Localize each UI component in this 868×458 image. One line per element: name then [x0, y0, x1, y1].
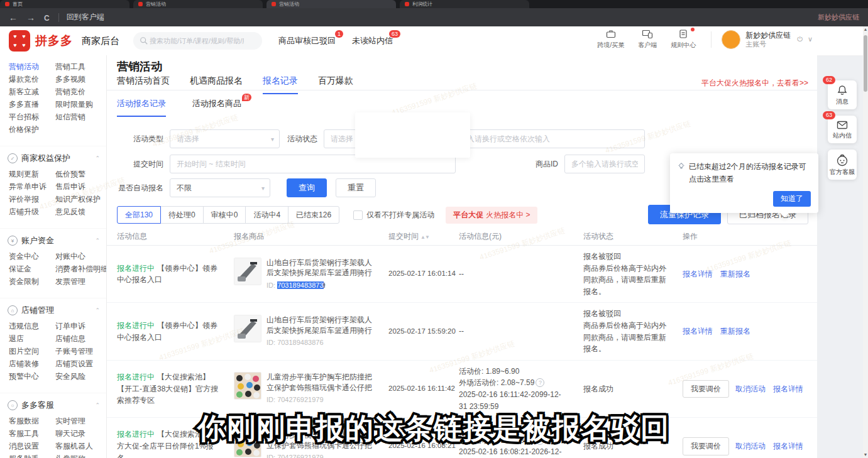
- sidebar-item[interactable]: 短信营销: [55, 111, 107, 123]
- chip-pending[interactable]: 待处理0: [160, 206, 204, 224]
- product-id[interactable]: ID: 703189483873Ɨ: [266, 280, 373, 291]
- messages-button[interactable]: 62 消息: [828, 80, 857, 109]
- chevron-up-icon[interactable]: ⌃: [95, 237, 100, 244]
- scrollbar[interactable]: ▲ ▼: [863, 26, 868, 458]
- sidebar-item[interactable]: 店铺信息: [55, 332, 107, 345]
- sidebar-item[interactable]: 实时管理: [55, 415, 107, 427]
- account-info[interactable]: 新妙妙供应链 主账号: [745, 31, 791, 48]
- hot-signup-badge[interactable]: 平台大促火热报名中 >: [446, 207, 537, 224]
- avatar[interactable]: [722, 30, 740, 49]
- sidebar-item[interactable]: 规则更新: [9, 168, 55, 180]
- browser-tab-1[interactable]: 首页: [0, 0, 129, 8]
- selected-id-text[interactable]: 703189483873: [277, 281, 323, 289]
- pinduoduo-logo-icon[interactable]: ♥♥♥♥: [9, 30, 30, 52]
- product-image[interactable]: [234, 258, 261, 285]
- address-bar-text[interactable]: 回到客户端: [67, 12, 104, 23]
- sidebar-item[interactable]: 客服工具: [9, 427, 55, 440]
- sidebar-item[interactable]: 营销竞价: [55, 85, 107, 98]
- sidebar-item[interactable]: 意见反馈: [55, 205, 107, 218]
- sidebar-item[interactable]: 爆款竞价: [9, 73, 55, 85]
- subtab-activity-products[interactable]: 活动报名商品新: [192, 93, 241, 117]
- chevron-up-icon[interactable]: ⌃: [95, 155, 100, 161]
- sidebar-item[interactable]: 安全风险: [55, 370, 107, 383]
- product-image[interactable]: [234, 372, 261, 400]
- sidebar-item[interactable]: 客服数据: [9, 415, 55, 427]
- sidebar-item[interactable]: 对账中心: [55, 250, 107, 263]
- tab-million-hits[interactable]: 百万爆款: [318, 75, 353, 94]
- sidebar-item[interactable]: 价格保护: [9, 123, 55, 136]
- official-service-button[interactable]: 官方客服: [828, 150, 857, 180]
- sidebar-item[interactable]: 聊天记录: [55, 427, 107, 440]
- sidebar-item[interactable]: 售后申诉: [55, 180, 107, 193]
- sidebar-item[interactable]: 限时限量购: [55, 98, 107, 111]
- tab-opportunity-signup[interactable]: 机遇商品报名: [190, 75, 243, 94]
- signup-detail-link[interactable]: 报名详情: [773, 442, 803, 450]
- logout-icon[interactable]: ⏻: [797, 35, 803, 43]
- got-it-button[interactable]: 知道了: [773, 191, 811, 207]
- sidebar-item[interactable]: 发票管理: [55, 275, 107, 288]
- scroll-down-icon[interactable]: ▼: [863, 452, 868, 458]
- browser-tab-3-active[interactable]: 营销活动: [266, 0, 396, 8]
- sidebar-item[interactable]: 子账号管理: [55, 345, 107, 357]
- sidebar-item[interactable]: 新客立减: [9, 85, 55, 98]
- sidebar-item-marketing-tools[interactable]: 营销工具: [55, 60, 107, 73]
- browser-profile-name[interactable]: 新妙妙供应链: [818, 13, 859, 22]
- product-name[interactable]: 儿童滑步平衡车护胸车把防撞把立保护套饰熊猫玩偶卡通公仔把手装: [266, 372, 373, 393]
- chip-all[interactable]: 全部130: [117, 206, 161, 224]
- cross-border-button[interactable]: 跨境/买菜: [597, 29, 624, 50]
- sidebar-item[interactable]: 资金限制: [9, 275, 55, 288]
- sidebar-item[interactable]: 多多视频: [55, 73, 107, 85]
- chevron-up-icon[interactable]: ⌃: [95, 402, 100, 408]
- product-image[interactable]: [234, 315, 261, 342]
- col-submit-time[interactable]: 提交时间▲▼: [378, 231, 449, 242]
- search-input[interactable]: [148, 36, 245, 45]
- sort-icon[interactable]: ▲▼: [420, 234, 429, 240]
- promo-link[interactable]: 平台大促火热报名中，去看看>>: [701, 78, 808, 89]
- sidebar-item[interactable]: 消息设置: [9, 440, 55, 452]
- reload-icon[interactable]: [44, 13, 50, 23]
- checkbox[interactable]: [353, 210, 363, 220]
- chip-active[interactable]: 活动中4: [245, 206, 288, 224]
- sidebar-item[interactable]: 头像昵称: [55, 452, 107, 458]
- sidebar-item[interactable]: 店铺页设置: [55, 357, 107, 370]
- chevron-down-icon[interactable]: ∨: [808, 35, 813, 43]
- sidebar-item[interactable]: 资金中心: [9, 250, 55, 263]
- sidebar-item[interactable]: 退店: [9, 332, 55, 345]
- product-name[interactable]: 山地自行车后货架钢行李架载人后支架快拆尾架后车篮通用骑行装备: [266, 315, 373, 336]
- sidebar-item[interactable]: 评价举报: [9, 193, 55, 205]
- cancel-activity-link[interactable]: 取消活动: [735, 384, 766, 393]
- sidebar-item[interactable]: 服务助手: [9, 452, 55, 458]
- scrollbar-thumb[interactable]: [864, 35, 867, 92]
- activity-type-select[interactable]: 请选择: [170, 129, 280, 148]
- product-id[interactable]: ID: 704276921979: [266, 452, 373, 458]
- sidebar-item[interactable]: 店铺装修: [9, 357, 55, 370]
- client-app-button[interactable]: 客户端: [638, 29, 657, 50]
- sidebar-item[interactable]: 异常单申诉: [9, 180, 55, 193]
- rules-center-button[interactable]: 规则中心: [671, 29, 696, 50]
- review-rejected-link[interactable]: 商品审核已驳回1: [278, 35, 336, 46]
- chip-ended[interactable]: 已结束126: [288, 206, 339, 224]
- product-id[interactable]: ID: 704276921979: [266, 395, 373, 405]
- sidebar-item-marketing-activity[interactable]: 营销活动: [9, 60, 55, 73]
- chevron-up-icon[interactable]: ⌃: [95, 307, 100, 314]
- back-icon[interactable]: [9, 13, 18, 23]
- sidebar-item[interactable]: 知识产权保护: [55, 193, 107, 205]
- reset-button[interactable]: 重置: [336, 178, 376, 197]
- product-id-input[interactable]: [564, 155, 645, 173]
- query-button[interactable]: 查询: [287, 178, 327, 197]
- adjust-price-button[interactable]: 我要调价: [683, 380, 729, 398]
- forward-icon[interactable]: [26, 13, 35, 23]
- browser-tab-2[interactable]: 营销活动: [133, 0, 263, 8]
- sidebar-item[interactable]: 平台招标: [9, 111, 55, 123]
- sidebar-item[interactable]: 预警中心: [9, 370, 55, 383]
- tab-signup-records[interactable]: 报名记录: [263, 75, 298, 94]
- auto-signup-select[interactable]: 不限: [170, 178, 270, 197]
- product-id[interactable]: ID: 703189483876: [266, 337, 373, 348]
- tab-activity-home[interactable]: 营销活动首页: [117, 75, 170, 94]
- sidebar-item[interactable]: 多多直播: [9, 98, 55, 111]
- sidebar-item[interactable]: 消费者补偿明细: [55, 263, 107, 275]
- sidebar-item[interactable]: 保证金: [9, 263, 55, 275]
- re-signup-link[interactable]: 重新报名: [720, 327, 750, 335]
- sidebar-item[interactable]: 店铺升级: [9, 205, 55, 218]
- global-search[interactable]: [133, 32, 262, 50]
